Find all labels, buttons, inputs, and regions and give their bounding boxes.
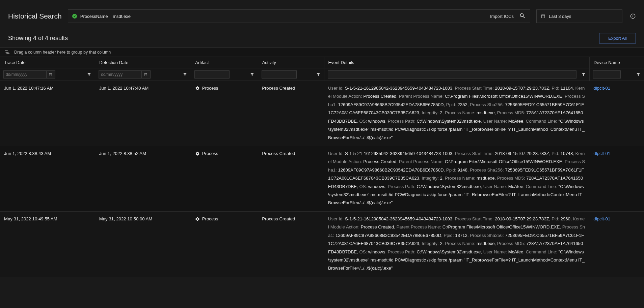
artifact-label: Process [202,150,218,158]
col-trace-date[interactable]: Trace Date [0,57,95,68]
col-device-name[interactable]: Device Name [589,57,644,68]
event-detail-value: C:\Program Files\Microsoft Office\Office… [442,224,560,229]
table-row: Jun 1, 2022 8:38:43 AMJun 1, 2022 8:38:5… [0,146,644,211]
search-query-box[interactable]: ✓ ProcessName = msdt.exe Import IOCs [68,9,530,23]
calendar-icon[interactable] [46,71,54,78]
gear-icon [195,151,200,156]
group-indent-icon [5,50,9,55]
col-activity[interactable]: Activity [258,57,324,68]
artifact-filter[interactable] [194,70,230,79]
artifact-label: Process [202,215,218,223]
event-details-cell: User Id: S-1-5-21-1612985042-3623945659-… [324,81,589,146]
event-detail-value: 2 [440,241,442,246]
event-detail-value: Process Created [363,159,396,164]
event-detail-key: Process Start Time [455,151,492,156]
filter-icon[interactable] [183,72,187,77]
event-detail-key: OS [359,119,366,124]
event-detail-key: User Name [483,119,506,124]
trace-date-cell: May 31, 2022 10:49:55 AM [0,211,95,277]
event-detail-key: Pid [552,216,558,221]
event-detail-key: Pid [552,86,558,91]
event-detail-key: User Id [328,216,343,221]
activity-filter[interactable] [262,70,297,79]
event-detail-key: Process Path [388,184,414,189]
event-details-cell: User Id: S-1-5-21-1612985042-3623945659-… [324,211,589,277]
time-range-picker[interactable]: Last 3 days [536,9,622,23]
filter-icon[interactable] [316,72,321,77]
event-detail-value: Process Created [363,94,396,99]
event-detail-value: C:\Program Files\Microsoft Office\Office… [445,159,562,164]
device-name-filter[interactable] [593,70,621,79]
results-summary: Showing 4 of 4 results [8,35,68,42]
event-detail-value: windows [368,119,385,124]
event-detail-key: Ppid [446,167,455,173]
event-detail-value: windows [368,184,385,189]
event-details-filter[interactable] [328,70,576,79]
event-detail-value: 11104 [561,86,573,91]
event-detail-key: User Id [328,151,343,156]
event-detail-value: McAfee [508,249,524,254]
filter-icon[interactable] [250,72,254,77]
event-detail-value: 13712 [455,233,467,238]
event-detail-key: Pid [552,151,558,156]
calendar-icon[interactable] [141,71,150,78]
event-detail-key: Process MD5 [497,110,524,115]
header-row: Trace Date Detection Date Artifact Activ… [0,57,644,68]
trace-date-filter[interactable] [3,70,55,79]
event-detail-key: Command Line [526,119,556,124]
artifact-cell: Process [191,211,258,277]
col-artifact[interactable]: Artifact [191,57,258,68]
group-by-hint-row[interactable]: Drag a column header here to group by th… [0,48,644,57]
event-detail-value: S-1-5-21-1612985042-3623945659-404348472… [345,86,452,91]
import-iocs-link[interactable]: Import IOCs [490,14,514,19]
time-range-label: Last 3 days [549,14,571,19]
event-detail-value: msdt.exe [477,110,495,115]
event-detail-value: C:\Windows\System32\msdt.exe [417,184,481,189]
detection-date-cell: Jun 1, 2022 8:38:52 AM [95,146,191,211]
event-detail-value: C:\Windows\System32\msdt.exe [417,249,481,254]
event-detail-key: Process Start Time [455,86,492,91]
event-detail-key: Process Start Time [455,216,492,221]
device-link[interactable]: dlpclt-01 [593,151,610,156]
event-detail-key: OS [359,249,366,254]
detection-date-filter[interactable] [99,70,151,79]
col-event-details[interactable]: Event Details [324,57,589,68]
event-detail-value: 12609AF89C97A98668B2C93542EDA78B6E67850D [338,102,444,107]
event-detail-key: Process MD5 [497,241,524,246]
search-icon[interactable] [519,12,526,20]
export-all-button[interactable]: Export All [599,33,636,43]
device-link[interactable]: dlpclt-01 [593,86,610,91]
table-row: May 31, 2022 10:49:55 AMMay 31, 2022 10:… [0,211,644,277]
event-detail-key: Parent Process Name [396,224,440,229]
device-name-cell: dlpclt-01 [589,146,644,211]
detection-date-cell: May 31, 2022 10:50:00 AM [95,211,191,277]
event-detail-key: Process Name [445,110,474,115]
filter-icon[interactable] [87,72,91,77]
gear-icon [195,86,200,91]
activity-filter-input[interactable] [262,71,296,78]
filter-icon[interactable] [636,72,641,77]
trace-date-filter-input[interactable] [4,72,46,77]
detection-date-cell: Jun 1, 2022 10:47:40 AM [95,81,191,146]
event-detail-key: Process Name [445,241,474,246]
col-detection-date[interactable]: Detection Date [95,57,191,68]
event-details-filter-input[interactable] [328,71,576,78]
event-detail-key: Process MD5 [497,176,524,181]
event-detail-key: Ppid [446,102,455,107]
filter-icon[interactable] [581,72,586,77]
info-icon[interactable] [630,13,636,19]
detection-date-filter-input[interactable] [99,72,141,77]
event-detail-key: User Name [483,184,506,189]
event-detail-value: S-1-5-21-1612985042-3623945659-404348472… [345,216,452,221]
event-detail-key: Process Path [388,119,414,124]
device-name-filter-input[interactable] [593,71,620,78]
artifact-filter-input[interactable] [195,71,229,78]
event-detail-value: 2352 [458,102,467,107]
event-detail-key: OS [359,184,366,189]
search-query-text[interactable]: ProcessName = msdt.exe [80,14,487,19]
device-link[interactable]: dlpclt-01 [593,216,610,221]
event-detail-value: 2 [440,110,442,115]
event-detail-key: Parent Process Name [399,94,442,99]
results-grid: Trace Date Detection Date Artifact Activ… [0,57,644,277]
svg-rect-4 [6,52,9,53]
